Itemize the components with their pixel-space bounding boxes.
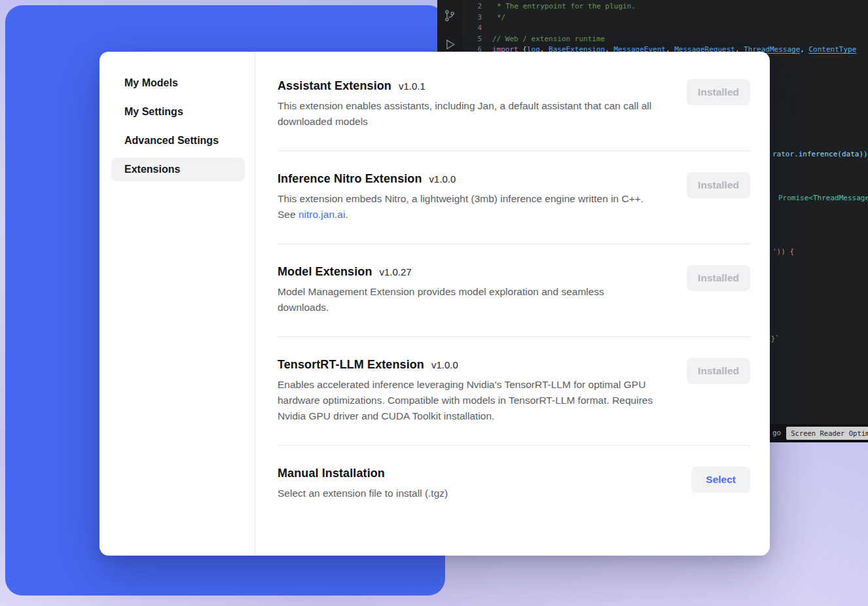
extension-version: v1.0.0 [429, 173, 456, 185]
extension-row-model: Model Extension v1.0.27 Model Management… [278, 244, 750, 337]
extension-version: v1.0.0 [431, 359, 458, 370]
sidebar-item-extensions[interactable]: Extensions [111, 158, 245, 181]
extension-description: Model Management Extension provides mode… [278, 284, 656, 315]
sidebar-item-my-settings[interactable]: My Settings [111, 100, 245, 124]
sidebar-item-advanced-settings[interactable]: Advanced Settings [111, 129, 245, 152]
manual-installation-row: Manual Installation Select an extension … [278, 446, 750, 522]
extension-description: Enables accelerated inference leveraging… [278, 377, 656, 424]
code-text: // Web / extension runtime [492, 35, 605, 43]
extension-title: Manual Installation [278, 467, 385, 480]
extension-version: v1.0.1 [399, 80, 425, 92]
code-line: 4 [466, 23, 856, 34]
extension-row-nitro: Inference Nitro Extension v1.0.0 This ex… [278, 151, 750, 244]
sidebar-item-my-models[interactable]: My Models [111, 71, 245, 95]
code-line: 2* The entrypoint for the plugin. [466, 1, 856, 12]
code-fragment: ')) { [772, 247, 794, 258]
installed-button[interactable]: Installed [687, 79, 750, 105]
line-number: 3 [466, 12, 482, 24]
installed-button[interactable]: Installed [687, 265, 750, 291]
select-button[interactable]: Select [691, 467, 750, 493]
git-branch-icon [443, 9, 456, 22]
nitro-link[interactable]: nitro.jan.ai [298, 209, 346, 220]
extension-title: TensortRT-LLM Extension [278, 358, 424, 372]
extension-row-tensorrt: TensortRT-LLM Extension v1.0.0 Enables a… [278, 337, 750, 446]
extension-title: Model Extension [278, 265, 372, 279]
code-text: */ [492, 13, 505, 22]
extension-description: Select an extension file to install (.tg… [278, 486, 656, 501]
extension-title: Inference Nitro Extension [278, 172, 422, 186]
extensions-list: Assistant Extension v1.0.1 This extensio… [255, 52, 770, 556]
installed-button[interactable]: Installed [687, 172, 750, 198]
code-text: * The entrypoint for the plugin. [492, 2, 636, 10]
page-background: 2* The entrypoint for the plugin. 3*/ 4 … [0, 0, 868, 606]
run-debug-icon [443, 38, 456, 51]
settings-panel: My Models My Settings Advanced Settings … [99, 52, 770, 556]
import-name: ContentType [809, 45, 857, 54]
code-fragment: Promise<ThreadMessage> [778, 193, 868, 204]
line-number: 4 [466, 23, 482, 34]
extension-title: Assistant Extension [278, 79, 391, 93]
status-text: go [772, 428, 781, 439]
extension-description: This extension enables assistants, inclu… [278, 98, 656, 130]
code-block: 2* The entrypoint for the plugin. 3*/ 4 … [466, 1, 856, 56]
extension-description: This extension embeds Nitro, a lightweig… [278, 191, 656, 223]
separator: , [800, 45, 808, 54]
installed-button[interactable]: Installed [687, 358, 750, 384]
code-fragment: rator.inference(data)); [772, 149, 868, 160]
screen-reader-chip: Screen Reader Optimize [786, 427, 868, 440]
extension-version: v1.0.27 [380, 266, 412, 277]
description-text: . [345, 209, 348, 220]
line-number: 2 [466, 1, 482, 12]
code-line: 5// Web / extension runtime [466, 34, 856, 45]
extension-row-assistant: Assistant Extension v1.0.1 This extensio… [278, 79, 750, 151]
line-number: 5 [466, 34, 482, 45]
settings-sidebar: My Models My Settings Advanced Settings … [99, 52, 255, 556]
code-line: 3*/ [466, 12, 856, 24]
